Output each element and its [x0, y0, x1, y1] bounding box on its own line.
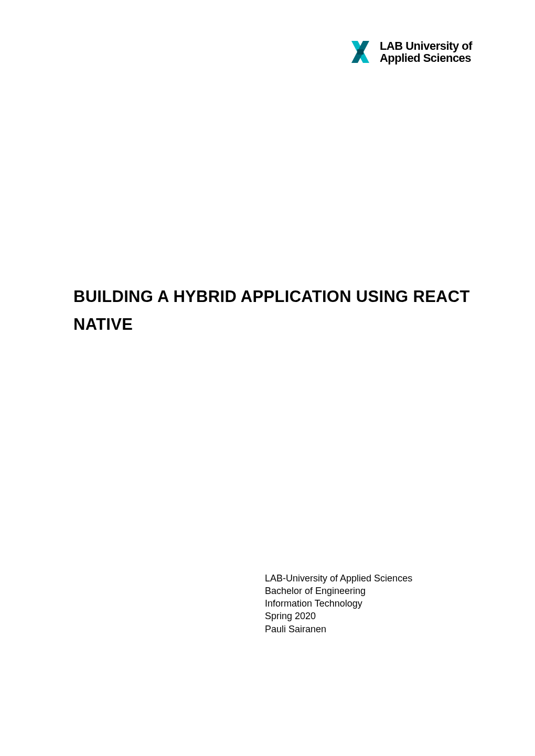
logo-text: LAB University of Applied Sciences: [380, 40, 472, 64]
page-container: LAB University of Applied Sciences BUILD…: [0, 0, 535, 756]
footer-degree: Bachelor of Engineering: [265, 585, 412, 597]
footer-metadata: LAB-University of Applied Sciences Bache…: [265, 572, 412, 635]
footer-author: Pauli Sairanen: [265, 623, 412, 635]
institution-logo: LAB University of Applied Sciences: [346, 38, 472, 66]
title-block: BUILDING A HYBRID APPLICATION USING REAC…: [73, 283, 472, 338]
logo-text-line1: LAB University of: [380, 40, 472, 52]
footer-program: Information Technology: [265, 597, 412, 610]
document-title: BUILDING A HYBRID APPLICATION USING REAC…: [73, 283, 472, 338]
footer-institution: LAB-University of Applied Sciences: [265, 572, 412, 585]
logo-text-line2: Applied Sciences: [380, 52, 472, 64]
footer-term: Spring 2020: [265, 610, 412, 622]
logo-mark-icon: [346, 38, 374, 66]
